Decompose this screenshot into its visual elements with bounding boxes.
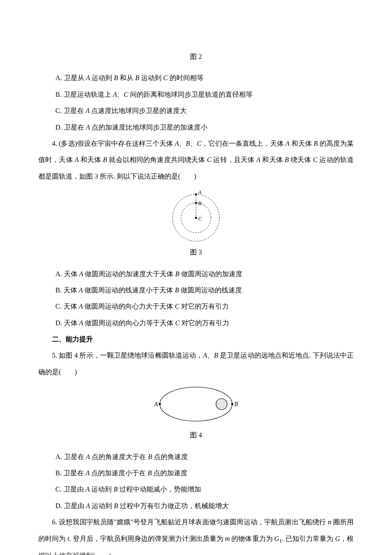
text: 和天体	[290, 140, 314, 147]
var-b: B	[314, 140, 318, 147]
svg-point-3	[195, 194, 197, 196]
text: 、	[207, 352, 214, 359]
text: B. 卫星在	[55, 469, 86, 477]
text: 运动到	[139, 74, 163, 81]
label-b: B	[198, 200, 202, 206]
text: 做圆周运动的向心力大于天体	[83, 303, 175, 310]
var-b: B	[113, 486, 118, 493]
var-c: C	[175, 319, 180, 327]
fig2-caption: 图 2	[38, 49, 354, 65]
label-b: B	[234, 401, 238, 408]
svg-line-9	[215, 398, 228, 410]
var-a: A	[175, 140, 179, 147]
fig4: A B	[38, 383, 354, 425]
var-b: B	[214, 352, 218, 359]
text: 点的加速度比地球同步卫星的加速度小	[90, 124, 208, 131]
text: 的时间相等	[168, 74, 204, 81]
var-b: B	[186, 140, 190, 147]
text: D. 天体	[55, 319, 79, 327]
text: 4. (多选)假设在宇宙中存在这样三个天体	[52, 140, 175, 147]
var-a: A	[86, 486, 90, 493]
svg-point-15	[159, 403, 161, 405]
var-m: m	[225, 535, 230, 542]
text: A. 卫星从	[55, 74, 86, 81]
text: 5. 如图 4 所示，一颗卫星绕地球沿椭圆轨道运动，	[52, 352, 203, 359]
text: 运动到	[90, 74, 114, 81]
q5-option-d: D. 卫星由 A 运动到 B 过程中万有引力做正功，机械能增大	[38, 498, 354, 514]
text: 过程中万有引力做正功，机械能增大	[118, 502, 229, 509]
var-b: B	[114, 74, 118, 81]
text: 6. 设想我国宇航员随"嫦娥"号登月飞船贴近月球表面做匀速圆周运动，宇航员测出飞…	[52, 518, 328, 526]
var-a: A	[285, 140, 290, 147]
text: C. 卫星由	[55, 486, 86, 493]
text: 做圆周运动的向心力等于天体	[83, 319, 175, 327]
text: 、	[190, 140, 197, 147]
text: 对它的万有引力	[179, 303, 229, 310]
text: 点的角速度	[152, 453, 188, 460]
text: 、	[179, 140, 186, 147]
text: 做圆周运动的加速度	[179, 270, 242, 278]
var-a: A	[203, 352, 207, 359]
svg-point-16	[231, 403, 233, 405]
var-a: A	[113, 91, 117, 98]
label-a: A	[198, 189, 202, 195]
var-a: A	[86, 469, 90, 477]
text: 过程中动能减小，势能增加	[118, 486, 201, 493]
var-b: B	[285, 156, 289, 163]
q4-option-b: B. 天体 A 做圆周运动的线速度小于天体 B 做圆周运动的线速度	[38, 282, 354, 298]
text: 和从	[118, 74, 135, 81]
q3-option-c: C. 卫星在 A 点速度比地球同步卫星的速度大	[38, 103, 354, 119]
var-c: C	[124, 91, 128, 98]
text: A. 卫星在	[55, 453, 86, 460]
subscript: 1	[279, 538, 282, 544]
text: 点的加速度小于在	[89, 469, 147, 477]
fig3-caption: 图 3	[38, 244, 354, 260]
var-g: G	[335, 535, 340, 542]
label-a: A	[154, 401, 158, 408]
fig4-caption: 图 4	[38, 427, 354, 443]
label-c: C	[198, 215, 202, 222]
svg-line-12	[215, 400, 228, 413]
text: 间的距离和地球同步卫星轨道的直径相等	[128, 91, 253, 98]
q4-option-c: C. 天体 A 做圆周运动的向心力大于天体 C 对它的万有引力	[38, 298, 354, 315]
fig3: A B C	[38, 187, 354, 243]
svg-point-5	[195, 217, 197, 219]
text: 就会以相同的角速度共同绕天体	[107, 156, 207, 163]
var-n: n	[328, 518, 331, 526]
var-a: A	[79, 303, 83, 310]
var-b: B	[175, 286, 179, 294]
q3-option-a: A. 卫星从 A 运动到 B 和从 B 运动到 C 的时间相等	[38, 70, 354, 86]
text: D. 卫星由	[55, 502, 86, 509]
text: 做圆周运动的加速度大于天体	[83, 270, 175, 278]
text: D. 卫星在	[55, 124, 86, 131]
q4-stem: 4. (多选)假设在宇宙中存在这样三个天体 A、B、C，它们在一条直线上，天体 …	[38, 136, 354, 185]
var-g1: G	[274, 535, 280, 542]
var-a: A	[86, 107, 90, 114]
var-b: B	[114, 502, 118, 509]
text: 运动到	[90, 502, 114, 509]
var-c: C	[175, 303, 179, 310]
text: 对它的万有引力	[180, 319, 229, 327]
text: . 已知引力常量为	[282, 535, 335, 542]
var-a: A	[86, 502, 90, 509]
q6-stem: 6. 设想我国宇航员随"嫦娥"号登月飞船贴近月球表面做匀速圆周运动，宇航员测出飞…	[38, 514, 354, 555]
var-b: B	[135, 74, 139, 81]
text: ，它们在一条直线上，天体	[202, 140, 285, 147]
q4-option-a: A. 天体 A 做圆周运动的加速度大于天体 B 做圆周运动的加速度	[38, 266, 354, 282]
var-b: B	[103, 156, 107, 163]
var-c: C	[313, 156, 318, 163]
text: 和天体	[260, 156, 285, 163]
text: 做圆周运动的线速度小于天体	[83, 286, 175, 294]
q5-option-a: A. 卫星在 A 点的角速度大于在 B 点的角速度	[38, 449, 354, 465]
var-a: A	[86, 124, 90, 131]
var-a: A	[79, 270, 84, 278]
var-a: A	[86, 453, 90, 460]
ellipse-icon: A B	[149, 383, 243, 425]
text: C. 卫星在	[55, 107, 86, 114]
q4-option-d: D. 天体 A 做圆周运动的向心力等于天体 C 对它的万有引力	[38, 315, 354, 331]
text: . 登月后，宇航员利用身边的弹簧测力计测出质量为	[69, 535, 225, 542]
q5-option-b: B. 卫星在 A 点的加速度小于在 B 点的加速度	[38, 465, 354, 481]
text: B. 卫星运动轨道上	[55, 91, 113, 98]
q5-option-c: C. 卫星由 A 运动到 B 过程中动能减小，势能增加	[38, 481, 354, 497]
text: 点的加速度	[152, 469, 187, 477]
